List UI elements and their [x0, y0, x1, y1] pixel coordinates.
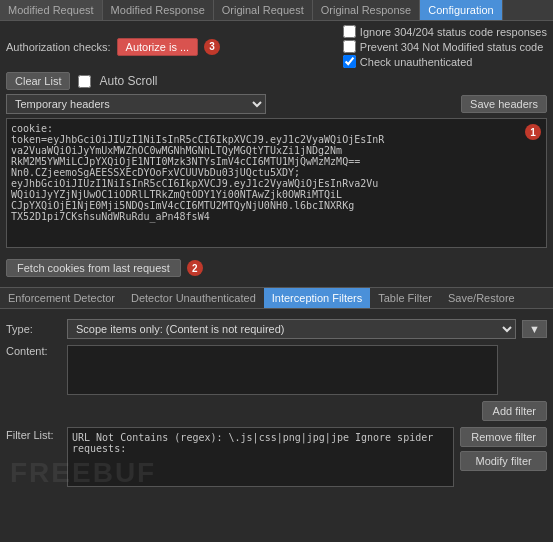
- cookie-area-container: 1: [6, 118, 547, 255]
- tab-modified-request[interactable]: Modified Request: [0, 0, 103, 20]
- type-dropdown[interactable]: Scope items only: (Content is not requir…: [67, 319, 516, 339]
- remove-filter-button[interactable]: Remove filter: [460, 427, 547, 447]
- tab-configuration[interactable]: Configuration: [420, 0, 502, 20]
- top-tabs-row: Modified Request Modified Response Origi…: [0, 0, 553, 21]
- prevent-304-checkbox[interactable]: [343, 40, 356, 53]
- btab-save-restore[interactable]: Save/Restore: [440, 288, 523, 308]
- filter-list-box: URL Not Contains (regex): \.js|css|png|j…: [67, 427, 454, 487]
- content-row: Content:: [6, 345, 547, 395]
- content-textarea[interactable]: [67, 345, 498, 395]
- fetch-badge: 2: [187, 260, 203, 276]
- auth-label: Authorization checks:: [6, 41, 111, 53]
- checkboxes-column: Ignore 304/204 status code responses Pre…: [343, 25, 547, 68]
- check-unauth-row: Check unauthenticated: [343, 55, 547, 68]
- type-row: Type: Scope items only: (Content is not …: [6, 319, 547, 339]
- headers-dropdown[interactable]: Temporary headers: [6, 94, 266, 114]
- type-dropdown-arrow[interactable]: ▼: [522, 320, 547, 338]
- prevent-304-label: Prevent 304 Not Modified status code: [360, 41, 543, 53]
- clear-list-button[interactable]: Clear List: [6, 72, 70, 90]
- filter-list-label: Filter List:: [6, 427, 61, 441]
- check-unauth-checkbox[interactable]: [343, 55, 356, 68]
- auto-scroll-label: Auto Scroll: [99, 74, 157, 88]
- auth-row: Authorization checks: Autorize is ... 3 …: [6, 25, 547, 68]
- toolbar-row: Clear List Auto Scroll: [6, 72, 547, 90]
- auth-badge: 3: [204, 39, 220, 55]
- add-filter-button[interactable]: Add filter: [482, 401, 547, 421]
- filters-content: Type: Scope items only: (Content is not …: [0, 315, 553, 497]
- btab-table-filter[interactable]: Table Filter: [370, 288, 440, 308]
- tab-original-request[interactable]: Original Request: [214, 0, 313, 20]
- content-label: Content:: [6, 345, 61, 357]
- filter-actions: Remove filter Modify filter: [460, 427, 547, 471]
- btab-interception-filters[interactable]: Interception Filters: [264, 288, 370, 308]
- prevent-304-row: Prevent 304 Not Modified status code: [343, 40, 547, 53]
- fetch-cookies-button[interactable]: Fetch cookies from last request: [6, 259, 181, 277]
- add-filter-row: Add filter: [6, 401, 547, 421]
- type-label: Type:: [6, 323, 61, 335]
- ignore-304-label: Ignore 304/204 status code responses: [360, 26, 547, 38]
- filter-list-row: Filter List: URL Not Contains (regex): \…: [6, 427, 547, 487]
- ignore-304-row: Ignore 304/204 status code responses: [343, 25, 547, 38]
- tab-original-response[interactable]: Original Response: [313, 0, 421, 20]
- fetch-row: Fetch cookies from last request 2: [6, 259, 547, 277]
- cookie-textarea[interactable]: [6, 118, 547, 248]
- cookie-badge: 1: [525, 124, 541, 140]
- check-unauth-label: Check unauthenticated: [360, 56, 473, 68]
- btab-detector-unauth[interactable]: Detector Unauthenticated: [123, 288, 264, 308]
- authorize-button[interactable]: Autorize is ...: [117, 38, 199, 56]
- btab-enforcement-detector[interactable]: Enforcement Detector: [0, 288, 123, 308]
- bottom-tabs-row: Enforcement Detector Detector Unauthenti…: [0, 287, 553, 309]
- main-content: Authorization checks: Autorize is ... 3 …: [0, 21, 553, 287]
- headers-row: Temporary headers Save headers: [6, 94, 547, 114]
- save-headers-button[interactable]: Save headers: [461, 95, 547, 113]
- modify-filter-button[interactable]: Modify filter: [460, 451, 547, 471]
- ignore-304-checkbox[interactable]: [343, 25, 356, 38]
- auto-scroll-checkbox[interactable]: [78, 75, 91, 88]
- tab-modified-response[interactable]: Modified Response: [103, 0, 214, 20]
